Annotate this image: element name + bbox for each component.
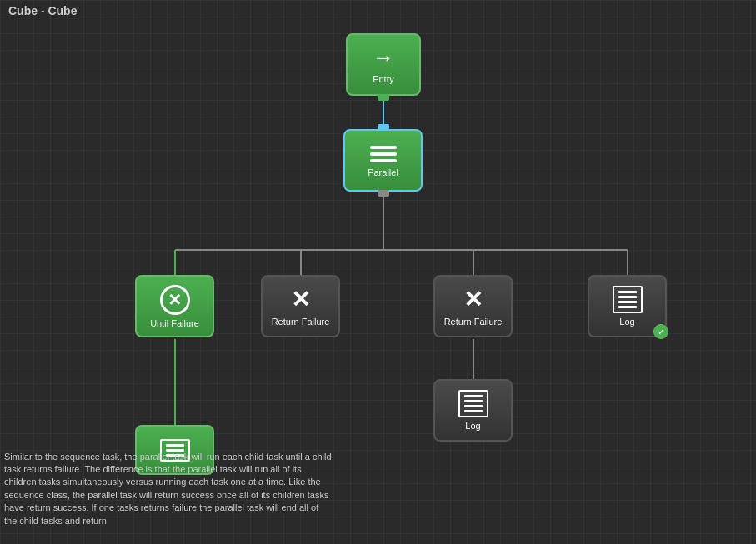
until-failure-label: Until Failure (150, 318, 199, 328)
log-1-label: Log (619, 317, 634, 327)
return-failure-2-icon: ✕ (463, 286, 483, 313)
log-1-check-badge: ✓ (653, 324, 668, 339)
entry-icon: → (373, 45, 394, 71)
log-2-label: Log (465, 421, 480, 431)
until-failure-icon: ✕ (160, 285, 190, 315)
return-failure-1-icon: ✕ (291, 286, 310, 313)
entry-label: Entry (373, 74, 394, 84)
return-failure-2-label: Return Failure (444, 317, 503, 327)
return-failure-2-node[interactable]: ✕ Return Failure (433, 275, 513, 337)
parallel-node[interactable]: Parallel (343, 129, 423, 192)
entry-node[interactable]: → Entry (346, 33, 421, 96)
return-failure-1-label: Return Failure (272, 317, 330, 327)
log-2-icon (458, 390, 488, 417)
parallel-port-top (378, 124, 389, 131)
until-failure-node[interactable]: ✕ Until Failure (135, 275, 214, 337)
description-text: Similar to the sequence task, the parall… (4, 451, 333, 527)
parallel-icon (368, 144, 398, 164)
return-failure-1-node[interactable]: ✕ Return Failure (261, 275, 340, 337)
entry-port-bottom (378, 94, 389, 101)
parallel-port-bottom (378, 190, 389, 197)
log-1-icon (613, 286, 643, 313)
log-1-node[interactable]: Log ✓ (588, 275, 667, 337)
window-title: Cube - Cube (8, 4, 77, 17)
parallel-label: Parallel (368, 167, 398, 177)
log-2-node[interactable]: Log (433, 379, 513, 442)
